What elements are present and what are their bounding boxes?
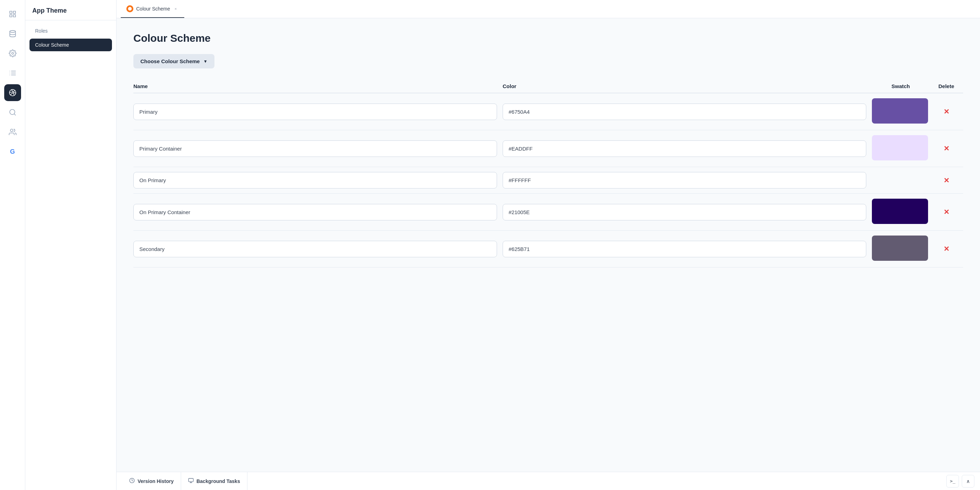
col-header-name: Name <box>134 80 503 93</box>
delete-button-on-primary[interactable]: ✕ <box>942 175 951 185</box>
sidebar-icon-users[interactable] <box>4 124 21 140</box>
swatch-primary <box>872 98 928 124</box>
bottom-bar-actions: >_ ∧ <box>946 475 974 488</box>
app-sidebar-title: App Theme <box>25 0 116 21</box>
table-row: ✕ <box>134 231 963 267</box>
svg-point-16 <box>128 7 132 11</box>
svg-rect-3 <box>13 15 15 17</box>
col-header-delete: Delete <box>935 80 963 93</box>
color-input-on-primary[interactable] <box>503 172 866 188</box>
colour-table: Name Color Swatch Delete ✕✕✕✕✕ <box>134 80 963 267</box>
bottom-bar: Version History Background Tasks >_ ∧ <box>116 472 980 490</box>
svg-rect-2 <box>10 15 11 17</box>
color-input-primary[interactable] <box>503 103 866 120</box>
terminal-icon: >_ <box>950 479 955 484</box>
tab-label: Colour Scheme <box>136 6 170 11</box>
table-row: ✕ <box>134 93 963 130</box>
col-header-swatch: Swatch <box>872 80 935 93</box>
svg-line-14 <box>14 114 16 115</box>
name-input-on-primary-container[interactable] <box>134 204 497 220</box>
swatch-cell-primary <box>872 93 935 130</box>
swatch-cell-primary-container <box>872 130 935 167</box>
delete-button-primary[interactable]: ✕ <box>942 107 951 116</box>
sidebar-icon-search[interactable] <box>4 104 21 121</box>
swatch-cell-on-primary <box>872 167 935 194</box>
tab-bar: Colour Scheme × <box>116 0 980 18</box>
color-input-primary-container[interactable] <box>503 140 866 157</box>
sidebar-item-colour-scheme[interactable]: Colour Scheme <box>30 38 112 51</box>
app-sidebar: App Theme Roles Colour Scheme <box>25 0 116 490</box>
color-input-secondary[interactable] <box>503 241 866 257</box>
table-row: ✕ <box>134 194 963 231</box>
page-title: Colour Scheme <box>134 32 963 44</box>
dropdown-arrow-icon: ▼ <box>203 59 207 64</box>
version-history-label: Version History <box>138 479 174 484</box>
swatch-cell-secondary <box>872 231 935 267</box>
tab-colour-scheme[interactable]: Colour Scheme × <box>121 0 184 18</box>
name-input-on-primary[interactable] <box>134 172 497 188</box>
table-row: ✕ <box>134 167 963 194</box>
terminal-button[interactable]: >_ <box>946 475 959 488</box>
name-input-primary-container[interactable] <box>134 140 497 157</box>
sidebar-icon-list[interactable] <box>4 65 21 81</box>
bottom-tab-background-tasks[interactable]: Background Tasks <box>181 472 247 490</box>
bottom-tab-version-history[interactable]: Version History <box>122 472 181 490</box>
svg-point-5 <box>11 52 14 54</box>
content-area: Colour Scheme Choose Colour Scheme ▼ Nam… <box>116 18 980 472</box>
choose-colour-scheme-button[interactable]: Choose Colour Scheme ▼ <box>134 54 215 68</box>
name-input-secondary[interactable] <box>134 241 497 257</box>
swatch-primary-container <box>872 135 928 161</box>
table-row: ✕ <box>134 130 963 167</box>
delete-button-primary-container[interactable]: ✕ <box>942 143 951 153</box>
background-tasks-label: Background Tasks <box>197 479 240 484</box>
version-history-icon <box>129 478 135 485</box>
sidebar-item-roles[interactable]: Roles <box>30 25 112 37</box>
svg-point-15 <box>10 129 13 132</box>
svg-rect-1 <box>13 11 15 13</box>
col-header-color: Color <box>503 80 872 93</box>
sidebar-icon-grid[interactable] <box>4 6 21 22</box>
sidebar-icon-theme[interactable] <box>4 84 21 101</box>
sidebar-icon-settings[interactable] <box>4 45 21 62</box>
chevron-up-icon: ∧ <box>966 479 970 484</box>
choose-btn-label: Choose Colour Scheme <box>140 58 200 64</box>
name-input-primary[interactable] <box>134 103 497 120</box>
svg-rect-0 <box>10 11 11 13</box>
tab-close-button[interactable]: × <box>173 6 179 11</box>
sidebar-icon-database[interactable] <box>4 25 21 42</box>
swatch-secondary <box>872 235 928 261</box>
delete-button-secondary[interactable]: ✕ <box>942 244 951 254</box>
main-area: Colour Scheme × Colour Scheme Choose Col… <box>116 0 980 490</box>
swatch-on-primary-container <box>872 199 928 224</box>
delete-button-on-primary-container[interactable]: ✕ <box>942 207 951 217</box>
swatch-cell-on-primary-container <box>872 194 935 231</box>
background-tasks-icon <box>188 478 194 485</box>
sidebar-nav: Roles Colour Scheme <box>25 21 116 56</box>
svg-rect-18 <box>188 479 193 482</box>
sidebar-icon-google[interactable]: G <box>4 143 21 160</box>
color-input-on-primary-container[interactable] <box>503 204 866 220</box>
tab-icon <box>126 5 134 12</box>
collapse-button[interactable]: ∧ <box>962 475 974 488</box>
svg-point-4 <box>10 30 16 33</box>
icon-sidebar: G <box>0 0 25 490</box>
